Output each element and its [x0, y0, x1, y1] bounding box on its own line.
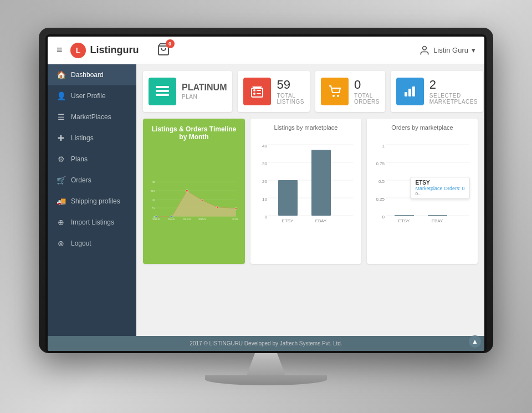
sidebar-label-import: Import Listings	[71, 218, 114, 226]
cart-badge: 0	[166, 39, 175, 48]
svg-text:0.75: 0.75	[376, 161, 385, 166]
svg-rect-10	[257, 90, 261, 91]
user-menu[interactable]: Listin Guru ▾	[419, 45, 475, 56]
shipping-icon: 🚚	[57, 197, 65, 206]
topbar: ≡ L Listinguru	[48, 37, 484, 64]
svg-rect-4	[156, 86, 169, 88]
listings-chart-title: Listings by marketplace	[256, 124, 356, 131]
sidebar-item-shipping[interactable]: 🚚 Shipping profiles	[48, 191, 136, 212]
listings-info: 59 TOTAL LISTINGS	[277, 79, 304, 105]
svg-point-8	[253, 89, 255, 91]
sidebar-item-logout[interactable]: ⊗ Logout	[48, 233, 136, 254]
tooltip-subtitle: Marketplace Orders: 0	[416, 186, 465, 191]
sidebar-item-orders[interactable]: 🛒 Orders	[48, 170, 136, 191]
orders-tooltip: ETSY Marketplace Orders: 0 0...	[411, 177, 470, 199]
svg-text:15: 15	[152, 199, 155, 201]
sidebar-label-shipping: Shipping profiles	[71, 197, 120, 205]
footer-text: 2017 © LISTINGURU Developed by Jaftech S…	[190, 340, 342, 346]
svg-text:7.5: 7.5	[152, 207, 155, 210]
main-chart-card: Listings & Orders Timeline by Month 0 7.…	[143, 119, 245, 264]
svg-point-12	[332, 95, 335, 97]
sidebar-item-listings[interactable]: ✚ Listings	[48, 128, 136, 149]
svg-rect-63	[395, 215, 414, 216]
svg-point-31	[201, 199, 203, 201]
stat-cards: PLATINUM PLAN	[143, 71, 478, 112]
sidebar-item-dashboard[interactable]: 🏠 Dashboard	[48, 64, 136, 85]
dashboard-icon: 🏠	[57, 70, 65, 79]
marketplaces-info: 2 SELECTED MARKETPLACES	[429, 79, 478, 105]
svg-text:20: 20	[262, 179, 267, 184]
scroll-to-top-button[interactable]: ▲	[469, 335, 481, 348]
stat-card-platinum: PLATINUM PLAN	[143, 71, 232, 112]
listings-bar-chart: 0 10 20 30 40	[256, 135, 356, 224]
svg-text:0.5: 0.5	[378, 179, 385, 184]
svg-point-28	[155, 216, 157, 217]
orders-icon: 🛒	[57, 176, 65, 185]
svg-text:2017-02: 2017-02	[232, 218, 238, 221]
svg-text:0: 0	[382, 215, 385, 220]
marketplaces-stat-icon	[396, 78, 424, 105]
svg-point-13	[337, 95, 339, 97]
sidebar-item-marketplaces[interactable]: ☰ MarketPlaces	[48, 106, 136, 128]
svg-point-33	[235, 207, 237, 209]
svg-text:ETSY: ETSY	[282, 218, 294, 223]
svg-text:2016-12: 2016-12	[183, 218, 191, 221]
charts-row: Listings & Orders Timeline by Month 0 7.…	[143, 119, 478, 264]
logo: L Listinguru	[69, 42, 139, 59]
user-name: Listin Guru	[433, 46, 468, 54]
stat-card-marketplaces: 2 SELECTED MARKETPLACES	[391, 71, 483, 112]
logo-text: Listinguru	[90, 44, 139, 56]
svg-text:EBAY: EBAY	[432, 218, 443, 223]
sidebar-label-user-profile: User Profile	[71, 92, 106, 100]
orders-info: 0 TOTAL ORDERS	[354, 79, 380, 105]
cart-wrapper[interactable]: 0	[157, 43, 170, 58]
monitor-container: ≡ L Listinguru	[39, 28, 493, 385]
orders-chart-card: Orders by marketplace 0 0.25 0.5 0.75 1	[367, 119, 478, 264]
svg-point-32	[216, 206, 218, 208]
svg-rect-15	[408, 89, 411, 96]
listings-chart-card: Listings by marketplace 0 10 20 30 40	[250, 119, 361, 264]
svg-point-29	[171, 216, 172, 217]
orders-value: 0	[354, 79, 380, 91]
sidebar-label-orders: Orders	[71, 176, 91, 184]
line-chart-svg: 0 7.5 15 22.5 30	[150, 146, 238, 252]
screen-bezel: ≡ L Listinguru	[45, 34, 487, 353]
sidebar-label-logout: Logout	[71, 239, 91, 247]
platinum-text: PLATINUM	[182, 83, 227, 92]
stat-card-orders: 0 TOTAL ORDERS	[315, 71, 385, 112]
monitor-base	[205, 375, 327, 385]
sidebar: 🏠 Dashboard 👤 User Profile ☰ MarketPlace…	[48, 64, 136, 336]
svg-text:2017-01: 2017-01	[198, 218, 206, 221]
svg-rect-11	[257, 93, 261, 94]
svg-text:2016-11: 2016-11	[168, 218, 175, 221]
user-icon	[419, 45, 430, 56]
marketplaces-icon: ☰	[57, 113, 65, 121]
svg-text:22.5: 22.5	[151, 190, 155, 192]
svg-text:ETSY: ETSY	[398, 218, 411, 223]
svg-text:30: 30	[152, 181, 155, 183]
svg-text:0.25: 0.25	[376, 197, 385, 202]
svg-text:L: L	[75, 46, 80, 55]
svg-rect-7	[252, 88, 263, 97]
plans-icon: ⚙	[57, 155, 65, 164]
sidebar-label-dashboard: Dashboard	[71, 71, 104, 79]
user-dropdown-icon: ▾	[472, 46, 475, 54]
svg-text:1: 1	[382, 144, 385, 149]
sidebar-item-user-profile[interactable]: 👤 User Profile	[48, 85, 136, 106]
svg-text:40: 40	[262, 144, 267, 149]
listings-label: TOTAL LISTINGS	[277, 93, 304, 105]
svg-text:0: 0	[265, 215, 268, 220]
platinum-info: PLATINUM PLAN	[182, 83, 227, 100]
marketplaces-value: 2	[429, 79, 478, 91]
orders-label: TOTAL ORDERS	[354, 93, 380, 105]
listings-stat-icon	[243, 78, 271, 105]
sidebar-item-import[interactable]: ⊕ Import Listings	[48, 212, 136, 233]
svg-rect-50	[311, 150, 331, 216]
main-content: PLATINUM PLAN	[136, 64, 484, 336]
sidebar-label-marketplaces: MarketPlaces	[71, 113, 111, 121]
hamburger-icon[interactable]: ≡	[57, 44, 63, 56]
svg-point-3	[423, 46, 427, 50]
sidebar-item-plans[interactable]: ⚙ Plans	[48, 149, 136, 170]
sidebar-label-plans: Plans	[71, 155, 88, 163]
footer: 2017 © LISTINGURU Developed by Jaftech S…	[48, 336, 484, 351]
